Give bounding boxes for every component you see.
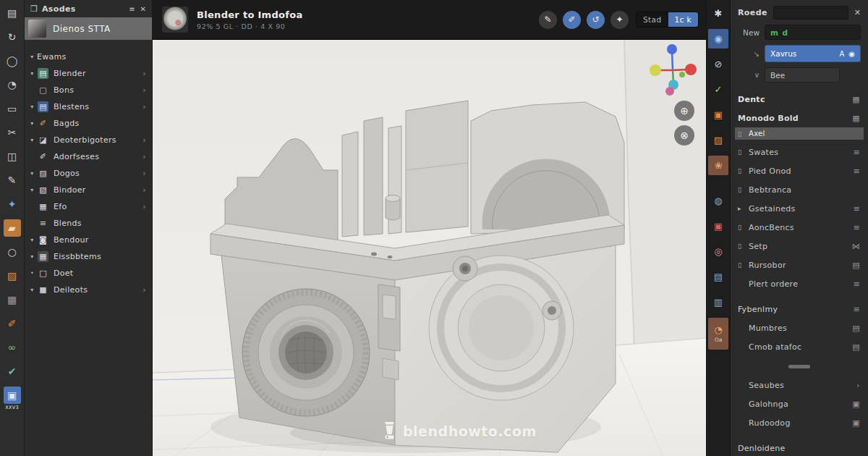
tab-object[interactable]: ❀ <box>708 156 728 175</box>
caret-icon[interactable]: ▾ <box>27 237 37 243</box>
caret-icon[interactable]: ▾ <box>27 253 37 260</box>
shield-dot-icon[interactable]: ◉ <box>848 50 855 58</box>
tab-view-layer[interactable]: ✓ <box>708 80 728 99</box>
tree-item-blestens[interactable]: ▾ ▤ Blestens › <box>27 98 148 115</box>
panel-close-icon[interactable]: ✕ <box>854 8 861 17</box>
caret-icon[interactable]: ▾ <box>27 287 37 293</box>
chevron-right-icon[interactable]: › <box>142 69 148 78</box>
search-tool[interactable]: ○ <box>4 243 21 261</box>
chevron-right-icon[interactable]: › <box>142 85 148 95</box>
grab-tool[interactable]: ✦ <box>4 195 21 213</box>
paint-tool[interactable]: ✔ <box>4 363 21 380</box>
tree-item-bendour[interactable]: ▾ ◙ Bendour <box>27 232 148 248</box>
chevron-right-icon[interactable]: › <box>142 152 148 161</box>
chevron-right-icon[interactable]: › <box>142 285 148 295</box>
caret-icon[interactable]: ▾ <box>27 187 37 193</box>
panels-tool[interactable]: ▤ <box>4 4 21 22</box>
tab-particles[interactable]: ▣ <box>708 216 728 236</box>
row-action-icon[interactable]: ≡ <box>853 148 861 157</box>
tab-data[interactable]: ▥ <box>708 292 728 312</box>
brush-tool[interactable]: ✐ <box>4 315 21 332</box>
row-mumbres[interactable]: Mumbres ▤ <box>738 318 861 337</box>
row-rudoodog[interactable]: Rudoodog ▣ <box>738 413 861 432</box>
row-action-icon[interactable]: ≡ <box>853 305 861 314</box>
tree-item-dogos[interactable]: ▾ ▨ Dogos › <box>27 165 148 182</box>
row-rursobor[interactable]: ▯ Rursobor ▤ <box>738 256 861 274</box>
row-action-icon[interactable]: ▤ <box>852 324 861 333</box>
front-ring[interactable] <box>429 256 574 400</box>
row-setp[interactable]: ▯ Setp ⋈ <box>738 237 861 256</box>
caret-icon[interactable]: ▾ <box>27 70 37 77</box>
panel-search-box[interactable] <box>773 6 848 20</box>
tab-modifiers[interactable]: ◍ <box>708 191 728 211</box>
row-cmob-atafoc[interactable]: Cmob atafoc ▤ <box>738 337 861 356</box>
row-seaubes[interactable]: Seaubes › <box>738 376 861 394</box>
row-action-icon[interactable]: ≡ <box>853 166 861 176</box>
column-tool[interactable]: ◫ <box>4 148 21 165</box>
object-name-field[interactable]: Xavrus A ◉ <box>765 45 861 62</box>
rotate-tool[interactable]: ↻ <box>4 28 21 46</box>
rows-divider[interactable] <box>788 365 810 368</box>
asset-tool[interactable]: ▣ XXV3 <box>4 387 21 410</box>
chevron-right-icon[interactable]: › <box>142 135 148 145</box>
folder-tool[interactable]: ▰ <box>4 219 21 237</box>
selected-scene-item[interactable]: Dienos STTA <box>25 17 152 40</box>
row-swates[interactable]: ▯ Swates ≡ <box>738 143 861 161</box>
viewport-3d[interactable]: ⊕ ⊗ blendhowto.com <box>153 40 706 456</box>
caret-icon[interactable]: ▾ <box>27 170 37 177</box>
tab-scene[interactable]: ▣ <box>708 105 728 124</box>
chevron-right-icon[interactable]: › <box>142 202 148 211</box>
zoom-button[interactable]: ⊕ <box>674 101 694 121</box>
tree-item-ewams[interactable]: ▾ Ewams <box>27 48 148 65</box>
tree-item-blender[interactable]: ▾ ▤ Blender › <box>27 65 148 82</box>
row-action-icon[interactable]: ▤ <box>852 261 861 270</box>
lens-barrel[interactable] <box>242 289 370 416</box>
glasses-tool[interactable]: ∞ <box>4 339 21 356</box>
row-axel[interactable]: ▯ Axel <box>735 127 864 140</box>
row-action-icon[interactable]: ≡ <box>853 279 861 289</box>
tree-item-deileots[interactable]: ▾ ■ Deileots › <box>27 282 148 298</box>
tab-render[interactable]: ◉ <box>708 29 728 48</box>
caret-icon[interactable]: ▾ <box>27 104 37 110</box>
row-action-icon[interactable]: › <box>856 381 861 390</box>
chevron-right-icon[interactable]: › <box>142 185 148 195</box>
row-monodo-bold[interactable]: Monodo Bold ▦ <box>738 109 861 127</box>
row-denloidene[interactable]: Denloidene <box>738 439 861 456</box>
tree-item-efo[interactable]: ▦ Efo › <box>27 198 148 215</box>
tree-item-bagds[interactable]: ▾ ✐ Bagds <box>27 115 148 132</box>
ellipse-tool[interactable]: ◯ <box>4 52 21 69</box>
chevron-right-icon[interactable]: › <box>142 102 148 111</box>
row-action-icon[interactable]: ≡ <box>853 223 861 232</box>
tree-item-eissbbtems[interactable]: ▾ ▦ Eissbbtems <box>27 248 148 265</box>
tree-item-deoterbigoters[interactable]: ▾ ◪ Deoterbigoters › <box>27 132 148 148</box>
tree-item-blends[interactable]: ≡ Blends <box>27 215 148 232</box>
tab-output[interactable]: ⊘ <box>708 54 728 74</box>
row-pied-onod[interactable]: ▯ Pied Onod ≡ <box>738 161 861 180</box>
tree-item-bons[interactable]: ▢ Bons › <box>27 82 148 98</box>
chevron-right-icon[interactable]: › <box>142 169 148 178</box>
caret-icon[interactable]: • <box>27 270 37 276</box>
caret-icon[interactable]: ▾ <box>27 120 37 127</box>
row-plert-ordere[interactable]: Plert ordere ≡ <box>738 274 861 293</box>
row-action-icon[interactable]: ▦ <box>852 114 861 123</box>
tool-key-button[interactable]: ✎ <box>539 11 557 29</box>
tree-item-adorfseses[interactable]: ✐ Adorfseses › <box>27 148 148 165</box>
tab-tool[interactable]: ✱ <box>708 4 728 23</box>
image-tool[interactable]: ▨ <box>4 267 21 284</box>
tab-physics[interactable]: ◎ <box>708 242 728 261</box>
row-action-icon[interactable]: ▣ <box>852 400 861 409</box>
tab-world[interactable]: ▨ <box>708 130 728 150</box>
row-dentc[interactable]: Dentc ▦ <box>738 90 861 109</box>
cut-tool[interactable]: ✂ <box>4 124 21 141</box>
pen-tool[interactable]: ✎ <box>4 172 21 189</box>
close-icon[interactable]: ✕ <box>140 5 146 13</box>
tab-constraints[interactable]: ▤ <box>708 267 728 287</box>
row-action-icon[interactable]: ▦ <box>852 95 861 104</box>
row-fybenlmy[interactable]: Fybenlmy ≡ <box>738 300 861 318</box>
fake-user-icon[interactable]: A <box>839 50 844 58</box>
tree-item-bindoer[interactable]: ▾ ▧ Bindoer › <box>27 182 148 198</box>
tool-figure-button[interactable]: ✦ <box>610 11 629 29</box>
row-bebtranca[interactable]: ▯ Bebtranca <box>738 180 861 199</box>
slide-tool[interactable]: ▦ <box>4 291 21 308</box>
segment-stad[interactable]: Stad <box>637 12 668 27</box>
